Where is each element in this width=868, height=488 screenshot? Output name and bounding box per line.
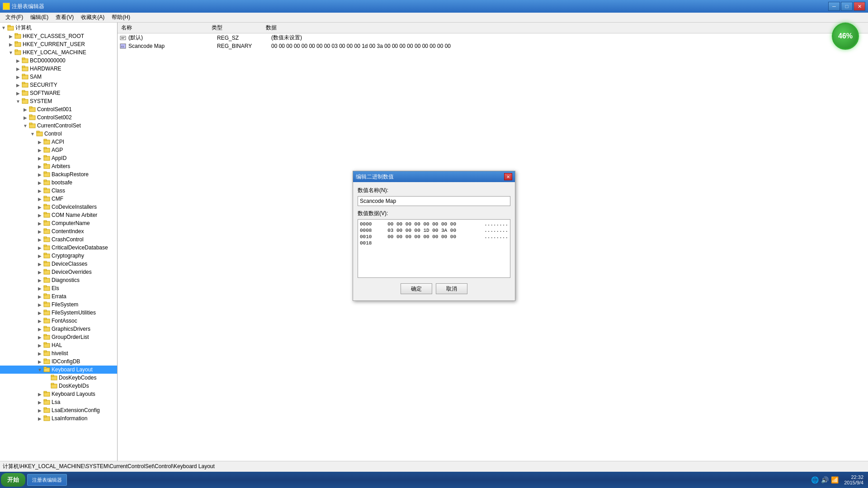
tree-item-hkey_classes_root[interactable]: ▶ HKEY_CLASSES_ROOT [0, 32, 117, 40]
tree-item-system[interactable]: ▼ SYSTEM [0, 97, 117, 105]
tray-icon-3[interactable]: 📶 [830, 476, 839, 484]
tree-toggle-icon[interactable]: ▶ [7, 41, 14, 48]
tree-toggle-icon[interactable]: ▶ [36, 358, 43, 365]
tree-item-doskeybids[interactable]: DosKeybIDs [0, 382, 117, 390]
tree-item-lsa[interactable]: ▶ Lsa [0, 398, 117, 406]
taskbar-task[interactable]: 注册表编辑器 [27, 474, 67, 486]
tree-item-computername[interactable]: ▶ ComputerName [0, 219, 117, 227]
tray-icon-1[interactable]: 🌐 [811, 476, 819, 484]
tree-toggle-icon[interactable]: ▶ [36, 187, 43, 194]
tree-toggle-icon[interactable]: ▶ [36, 244, 43, 251]
menu-edit[interactable]: 编辑(E) [27, 13, 52, 22]
tree-toggle-icon[interactable]: ▶ [36, 138, 43, 145]
tree-item-lsainformation[interactable]: ▶ LsaInformation [0, 414, 117, 422]
modal-close-button[interactable]: ✕ [504, 173, 512, 180]
tree-toggle-icon[interactable]: ▶ [36, 228, 43, 235]
tree-toggle-icon[interactable]: ▶ [36, 146, 43, 154]
modal-cancel-button[interactable]: 取消 [436, 283, 467, 294]
tree-toggle-icon[interactable]: ▶ [14, 65, 22, 72]
tree-item-fontassoc[interactable]: ▶ FontAssoc [0, 317, 117, 325]
tree-toggle-icon[interactable]: ▶ [36, 236, 43, 243]
tree-toggle-icon[interactable]: ▶ [36, 171, 43, 178]
menu-favorites[interactable]: 收藏夹(A) [77, 13, 108, 22]
tree-scroll[interactable]: ▼ 计算机 ▶ HKEY_CLASSES_ROOT ▶ HKEY_CURRENT… [0, 23, 117, 461]
tree-toggle-icon[interactable]: ▼ [14, 98, 22, 105]
content-row-1[interactable]: Scancode Map REG_BINARY 00 00 00 00 00 0… [118, 42, 868, 50]
tree-toggle-icon[interactable]: ▶ [36, 211, 43, 219]
tree-item-security[interactable]: ▶ SECURITY [0, 81, 117, 89]
tree-toggle-icon[interactable]: ▼ [7, 49, 14, 56]
modal-hex-area[interactable]: 0000 00 00 00 00 00 00 00 00 ........000… [358, 219, 510, 278]
tree-toggle-icon[interactable]: ▶ [14, 81, 22, 89]
tree-item-controlset002[interactable]: ▶ ControlSet002 [0, 113, 117, 122]
tree-toggle-icon[interactable]: ▼ [29, 130, 36, 137]
tree-item-graphicsdrivers[interactable]: ▶ GraphicsDrivers [0, 325, 117, 333]
tree-toggle-icon[interactable]: ▶ [22, 106, 29, 113]
tree-item-criticaldevicedatabase[interactable]: ▶ CriticalDeviceDatabase [0, 244, 117, 252]
tree-item-filesystem[interactable]: ▶ FileSystem [0, 300, 117, 309]
tree-toggle-icon[interactable]: ▶ [36, 268, 43, 276]
tree-toggle-icon[interactable]: ▶ [36, 407, 43, 414]
tree-toggle-icon[interactable]: ▶ [36, 220, 43, 227]
tree-item-currentcontrolset[interactable]: ▼ CurrentControlSet [0, 122, 117, 130]
tree-toggle-icon[interactable]: ▶ [36, 293, 43, 300]
tree-toggle-icon[interactable]: ▶ [36, 252, 43, 259]
tree-toggle-icon[interactable]: ▶ [36, 333, 43, 341]
maximize-button[interactable]: □ [841, 2, 853, 11]
tree-item-acpi[interactable]: ▶ ACPI [0, 138, 117, 146]
start-button[interactable]: 开始 [1, 473, 25, 487]
tree-item-hivelist[interactable]: ▶ hivelist [0, 349, 117, 357]
tree-item-backuprestore[interactable]: ▶ BackupRestore [0, 170, 117, 178]
tree-toggle-icon[interactable]: ▼ [22, 122, 29, 129]
tree-item-controlset001[interactable]: ▶ ControlSet001 [0, 105, 117, 113]
tree-toggle-icon[interactable]: ▶ [36, 390, 43, 398]
tree-item-filesystemutilities[interactable]: ▶ FileSystemUtilities [0, 309, 117, 317]
tree-item-keyboard-layouts[interactable]: ▶ Keyboard Layouts [0, 390, 117, 398]
tree-toggle-icon[interactable] [43, 382, 51, 389]
tree-toggle-icon[interactable]: ▶ [36, 350, 43, 357]
tree-item-cryptography[interactable]: ▶ Cryptography [0, 252, 117, 260]
tree-item-crashcontrol[interactable]: ▶ CrashControl [0, 235, 117, 244]
tree-item-idconfigdb[interactable]: ▶ IDConfigDB [0, 357, 117, 366]
tree-item-codeviceinstallers[interactable]: ▶ CoDeviceInstallers [0, 203, 117, 211]
tree-item-hal[interactable]: ▶ HAL [0, 341, 117, 349]
tree-toggle-icon[interactable]: ▶ [36, 342, 43, 349]
tree-toggle-icon[interactable]: ▶ [7, 33, 14, 40]
tray-icon-2[interactable]: 🔊 [821, 476, 829, 484]
modal-confirm-button[interactable]: 确定 [401, 283, 432, 294]
modal-name-input[interactable] [358, 196, 510, 206]
tree-toggle-icon[interactable]: ▶ [14, 57, 22, 64]
tree-toggle-icon[interactable]: ▶ [36, 415, 43, 422]
tree-item-com-name-arbiter[interactable]: ▶ COM Name Arbiter [0, 211, 117, 219]
close-button[interactable]: ✕ [854, 2, 865, 11]
tree-toggle-icon[interactable]: ▶ [36, 277, 43, 284]
tree-item-lsaextensionconfig[interactable]: ▶ LsaExtensionConfig [0, 406, 117, 414]
tree-toggle-icon[interactable]: ▶ [36, 309, 43, 316]
tree-item-cmf[interactable]: ▶ CMF [0, 195, 117, 203]
menu-file[interactable]: 文件(F) [2, 13, 27, 22]
tree-toggle-icon[interactable]: ▶ [36, 155, 43, 162]
tree-item-keyboard-layout[interactable]: ▼ Keyboard Layout [0, 366, 117, 374]
tree-item-software[interactable]: ▶ SOFTWARE [0, 89, 117, 97]
tree-item-bootsafe[interactable]: ▶ bootsafe [0, 178, 117, 187]
menu-view[interactable]: 查看(V) [52, 13, 77, 22]
tree-toggle-icon[interactable]: ▶ [36, 163, 43, 170]
tree-item-class[interactable]: ▶ Class [0, 187, 117, 195]
tree-item-deviceclasses[interactable]: ▶ DeviceClasses [0, 260, 117, 268]
tree-item-control[interactable]: ▼ Control [0, 130, 117, 138]
tree-item-appid[interactable]: ▶ AppID [0, 154, 117, 162]
tree-item-sam[interactable]: ▶ SAM [0, 73, 117, 81]
tree-toggle-icon[interactable]: ▶ [14, 89, 22, 97]
tree-toggle-icon[interactable]: ▶ [36, 317, 43, 324]
tree-toggle-icon[interactable]: ▼ [36, 366, 43, 373]
tree-toggle-icon[interactable]: ▶ [36, 260, 43, 267]
tree-toggle-icon[interactable]: ▶ [36, 325, 43, 333]
tree-item-agp[interactable]: ▶ AGP [0, 146, 117, 154]
tree-toggle-icon[interactable]: ▶ [36, 285, 43, 292]
tree-toggle-icon[interactable]: ▶ [14, 73, 22, 80]
tree-toggle-icon[interactable] [43, 374, 51, 381]
tree-item-计算机[interactable]: ▼ 计算机 [0, 23, 117, 32]
tree-item-doskeybcodes[interactable]: DosKeybCodes [0, 374, 117, 382]
tree-toggle-icon[interactable]: ▶ [36, 179, 43, 186]
tree-item-bcd00000000[interactable]: ▶ BCD00000000 [0, 56, 117, 65]
